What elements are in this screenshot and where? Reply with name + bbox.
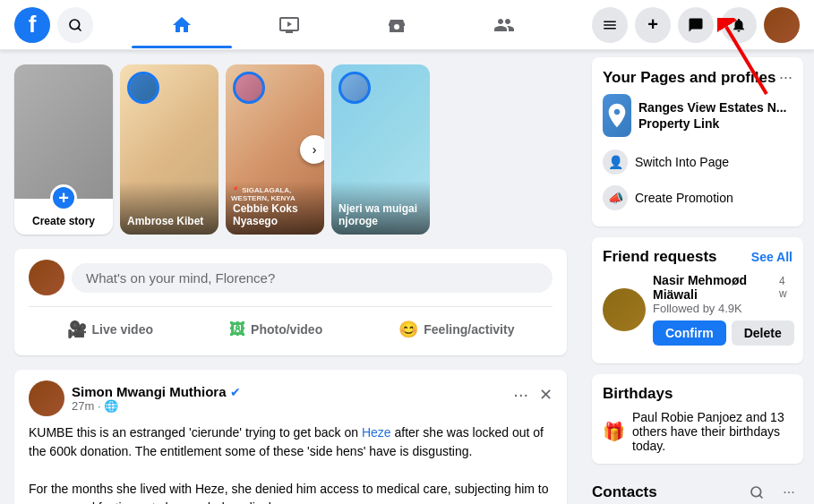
nav-menu-button[interactable] bbox=[592, 7, 628, 43]
nav-messenger-button[interactable] bbox=[678, 7, 714, 43]
feeling-action[interactable]: 😊 Feeling/activity bbox=[388, 314, 525, 345]
nav-home-button[interactable] bbox=[132, 4, 232, 47]
post-author-name: Simon Mwangi Muthiora bbox=[72, 384, 227, 399]
contacts-title: Contacts bbox=[592, 483, 657, 501]
post-actions-header: ··· ✕ bbox=[506, 380, 553, 408]
story-next-button[interactable]: › bbox=[300, 135, 324, 164]
friend-requests-header: Friend requests See All bbox=[603, 248, 793, 266]
verified-badge: ✔ bbox=[230, 385, 241, 399]
top-navigation: f + bbox=[0, 0, 814, 50]
feeling-icon: 😊 bbox=[398, 320, 418, 339]
story-card-cebbie[interactable]: 📍 SIGALAGALA, WESTERN, KENYA Cebbie Koks… bbox=[226, 64, 324, 235]
friend-requests-title: Friend requests bbox=[603, 248, 717, 266]
story-avatar-cebbie bbox=[233, 72, 265, 104]
post-close-button[interactable]: ✕ bbox=[539, 385, 553, 405]
post-body-text-1: KUMBE this is an estranged 'cierunde' tr… bbox=[29, 423, 553, 461]
pages-section-header: Your Pages and profiles ··· bbox=[603, 68, 793, 87]
friend-avatar[interactable] bbox=[603, 288, 646, 331]
main-layout: + Create story Ambrose Kibet bbox=[0, 50, 814, 504]
nav-marketplace-button[interactable] bbox=[347, 4, 447, 47]
stories-container: + Create story Ambrose Kibet bbox=[14, 64, 567, 235]
contacts-more-button[interactable]: ··· bbox=[775, 478, 803, 504]
birthday-icon: 🎁 bbox=[603, 421, 625, 442]
post-link-heze[interactable]: Heze bbox=[362, 425, 391, 440]
story-card-ambrose[interactable]: Ambrose Kibet bbox=[120, 64, 218, 235]
user-avatar[interactable] bbox=[764, 7, 800, 43]
birthdays-title: Birthdays bbox=[603, 385, 673, 403]
nav-video-button[interactable] bbox=[239, 4, 339, 47]
page-name-container: Ranges View Estates N... Property Link bbox=[638, 99, 793, 132]
story-avatar-ambrose bbox=[127, 72, 159, 104]
birthday-text: Paul Robie Panjoez and 13 others have th… bbox=[632, 410, 793, 453]
live-video-icon: 🎥 bbox=[67, 320, 87, 339]
post-time: 27m bbox=[72, 399, 94, 413]
confirm-button[interactable]: Confirm bbox=[653, 320, 726, 346]
right-sidebar: Your Pages and profiles ··· Ranges View … bbox=[581, 50, 814, 504]
nav-groups-button[interactable] bbox=[454, 4, 554, 47]
create-story-plus-icon: + bbox=[50, 184, 77, 211]
create-story-top: + bbox=[14, 64, 113, 199]
friend-time: 4 w bbox=[779, 275, 794, 300]
nav-notifications-button[interactable] bbox=[721, 7, 757, 43]
nav-right: + bbox=[592, 7, 800, 43]
stories-row: + Create story Ambrose Kibet bbox=[14, 64, 567, 235]
post-avatar[interactable] bbox=[29, 380, 64, 416]
post-privacy-icon: 🌐 bbox=[104, 399, 118, 413]
post-body-text-2: For the months she lived with Heze, she … bbox=[29, 480, 553, 504]
post-header: Simon Mwangi Muthiora ✔ 27m · 🌐 ··· ✕ bbox=[29, 380, 553, 416]
friend-info: Nasir Mehmoød Miäwali 4 w Followed by 4.… bbox=[653, 273, 794, 346]
svg-line-7 bbox=[759, 495, 762, 498]
svg-line-5 bbox=[78, 28, 81, 30]
friend-followers: Followed by 4.9K bbox=[653, 302, 794, 315]
friend-request-item: Nasir Mehmoød Miäwali 4 w Followed by 4.… bbox=[603, 273, 793, 346]
photo-video-action[interactable]: 🖼 Photo/video bbox=[218, 314, 333, 345]
switch-into-page-label: Switch Into Page bbox=[635, 155, 729, 169]
create-promotion-label: Create Promotion bbox=[635, 191, 733, 205]
post-meta: 27m · 🌐 bbox=[72, 399, 241, 413]
page-name: Ranges View Estates N... Property Link bbox=[638, 99, 793, 132]
story-name-cebbie: Cebbie Koks Nyasego bbox=[233, 202, 317, 227]
create-promotion-action[interactable]: 📣 Create Promotion bbox=[603, 180, 793, 216]
post-card: Simon Mwangi Muthiora ✔ 27m · 🌐 ··· ✕ bbox=[14, 370, 567, 504]
see-all-link[interactable]: See All bbox=[751, 250, 793, 264]
pages-profiles-section: Your Pages and profiles ··· Ranges View … bbox=[592, 57, 803, 226]
composer-divider bbox=[29, 306, 553, 307]
composer-actions: 🎥 Live video 🖼 Photo/video 😊 Feeling/act… bbox=[29, 314, 553, 345]
live-video-action[interactable]: 🎥 Live video bbox=[56, 314, 164, 345]
feeling-label: Feeling/activity bbox=[424, 322, 514, 337]
svg-text:f: f bbox=[29, 11, 37, 38]
nav-center bbox=[93, 4, 592, 47]
story-name-njeri: Njeri wa muigai njoroge bbox=[338, 202, 423, 227]
birthday-item: 🎁 Paul Robie Panjoez and 13 others have … bbox=[603, 410, 793, 453]
pages-section-title: Your Pages and profiles bbox=[603, 69, 775, 87]
switch-into-page-icon: 👤 bbox=[603, 149, 628, 175]
delete-button[interactable]: Delete bbox=[732, 320, 794, 346]
post-body: KUMBE this is an estranged 'cierunde' tr… bbox=[29, 423, 553, 504]
story-name-ambrose: Ambrose Kibet bbox=[127, 215, 211, 227]
contacts-section: Contacts ··· Davil Dasilva bbox=[592, 474, 803, 504]
live-video-label: Live video bbox=[92, 322, 153, 337]
feed-area: + Create story Ambrose Kibet bbox=[0, 50, 581, 504]
composer-avatar bbox=[29, 260, 64, 295]
search-button[interactable] bbox=[57, 7, 93, 43]
create-story-card[interactable]: + Create story bbox=[14, 64, 113, 235]
story-card-njeri[interactable]: Njeri wa muigai njoroge bbox=[331, 64, 430, 235]
pages-more-button[interactable]: ··· bbox=[779, 68, 793, 87]
switch-into-page-action[interactable]: 👤 Switch Into Page bbox=[603, 144, 793, 180]
facebook-logo[interactable]: f bbox=[14, 7, 50, 43]
post-more-button[interactable]: ··· bbox=[506, 380, 536, 408]
friend-buttons: Confirm Delete bbox=[653, 320, 794, 346]
contacts-header: Contacts ··· bbox=[592, 478, 803, 504]
composer-input[interactable]: What's on your mind, Florence? bbox=[72, 263, 553, 293]
birthdays-header: Birthdays bbox=[603, 385, 793, 403]
composer-top: What's on your mind, Florence? bbox=[29, 260, 553, 295]
photo-video-icon: 🖼 bbox=[229, 320, 245, 339]
page-avatar[interactable] bbox=[603, 94, 631, 137]
contacts-actions: ··· bbox=[742, 478, 803, 504]
nav-add-button[interactable]: + bbox=[635, 7, 671, 43]
post-author-details: Simon Mwangi Muthiora ✔ 27m · 🌐 bbox=[72, 384, 241, 413]
contacts-search-button[interactable] bbox=[742, 478, 771, 504]
create-promotion-icon: 📣 bbox=[603, 185, 628, 210]
page-profile: Ranges View Estates N... Property Link bbox=[603, 94, 793, 137]
birthdays-section: Birthdays 🎁 Paul Robie Panjoez and 13 ot… bbox=[592, 374, 803, 464]
